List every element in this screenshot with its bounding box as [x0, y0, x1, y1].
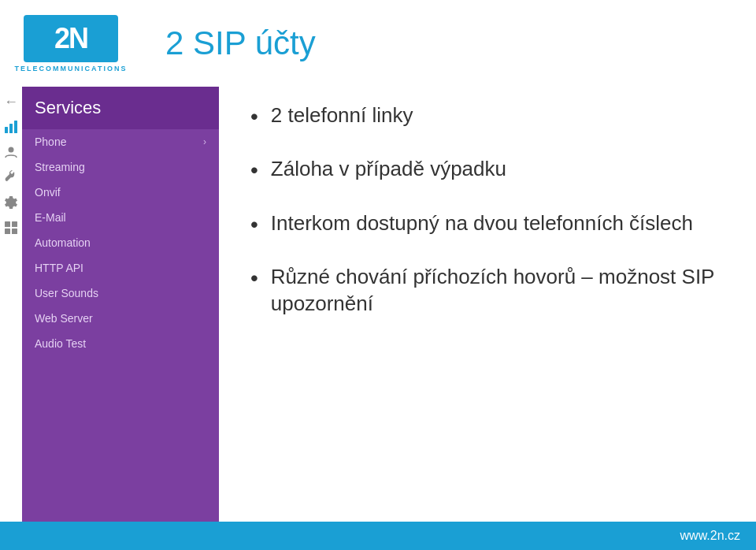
sidebar-item-email[interactable]: E-Mail — [22, 205, 219, 230]
bullet-item-1: 2 telefonní linky — [250, 102, 724, 131]
logo-text: 2N — [54, 22, 87, 55]
svg-rect-1 — [9, 124, 13, 133]
bullet-list: 2 telefonní linky Záloha v případě výpad… — [250, 102, 724, 318]
bullet-item-3: Interkom dostupný na dvou telefonních čí… — [250, 210, 724, 239]
phone-chevron-icon: › — [203, 136, 206, 147]
sidebar-icons: ← — [0, 87, 22, 522]
sidebar-item-automation-label: Automation — [35, 236, 91, 249]
back-icon-button[interactable]: ← — [1, 90, 21, 113]
sidebar-item-user-sounds[interactable]: User Sounds — [22, 281, 219, 306]
sidebar-nav: Services Phone › Streaming Onvif E-Mail … — [22, 87, 219, 522]
content-area: 2 telefonní linky Záloha v případě výpad… — [219, 87, 756, 522]
svg-rect-0 — [5, 127, 8, 133]
sidebar-item-http-api[interactable]: HTTP API — [22, 255, 219, 281]
grid-icon-button[interactable] — [1, 216, 21, 240]
user-icon — [4, 145, 18, 159]
sidebar-item-web-server[interactable]: Web Server — [22, 306, 219, 331]
logo-box: 2N — [24, 15, 118, 62]
bullet-item-1-text: 2 telefonní linky — [271, 102, 413, 129]
bullet-item-2: Záloha v případě výpadku — [250, 156, 724, 184]
svg-point-3 — [9, 147, 14, 153]
bullet-item-3-text: Interkom dostupný na dvou telefonních čí… — [271, 210, 693, 237]
logo-subtitle: TELECOMMUNICATIONS — [15, 65, 128, 72]
tools-icon — [4, 170, 18, 184]
sidebar-item-automation[interactable]: Automation — [22, 230, 219, 255]
sidebar-item-streaming[interactable]: Streaming — [22, 154, 219, 180]
sidebar-item-email-label: E-Mail — [35, 211, 66, 224]
bullet-item-4-text: Různé chování příchozích hovorů – možnos… — [271, 264, 724, 318]
chart-icon — [4, 120, 18, 134]
gear-icon — [4, 195, 18, 210]
main-content: ← — [0, 87, 756, 522]
chart-icon-button[interactable] — [1, 115, 21, 139]
sidebar-item-onvif-label: Onvif — [35, 186, 61, 199]
user-icon-button[interactable] — [1, 140, 21, 164]
back-icon: ← — [4, 94, 18, 110]
sidebar-item-audio-test[interactable]: Audio Test — [22, 331, 219, 356]
sidebar-item-audio-test-label: Audio Test — [35, 337, 86, 350]
svg-rect-5 — [12, 221, 17, 227]
svg-rect-7 — [12, 229, 17, 234]
sidebar-items: Phone › Streaming Onvif E-Mail Automatio… — [22, 129, 219, 356]
gear-icon-button[interactable] — [1, 191, 21, 214]
bullet-item-2-text: Záloha v případě výpadku — [271, 156, 506, 183]
svg-rect-4 — [5, 221, 10, 227]
sidebar-item-http-api-label: HTTP API — [35, 262, 83, 274]
grid-icon — [4, 221, 18, 235]
sidebar-item-onvif[interactable]: Onvif — [22, 180, 219, 205]
svg-rect-2 — [14, 121, 17, 133]
sidebar-item-phone-label: Phone — [35, 136, 66, 148]
tools-icon-button[interactable] — [1, 165, 21, 189]
page-title: 2 SIP účty — [165, 24, 316, 62]
sidebar-item-phone[interactable]: Phone › — [22, 129, 219, 154]
sidebar-header: Services — [22, 87, 219, 129]
footer-bar: www.2n.cz — [0, 522, 756, 550]
footer-url: www.2n.cz — [680, 529, 740, 543]
sidebar-item-user-sounds-label: User Sounds — [35, 287, 98, 299]
sidebar-item-web-server-label: Web Server — [35, 312, 93, 325]
bullet-item-4: Různé chování příchozích hovorů – možnos… — [250, 264, 724, 318]
svg-rect-6 — [5, 229, 10, 234]
header: 2N TELECOMMUNICATIONS 2 SIP účty — [0, 0, 756, 87]
logo-area: 2N TELECOMMUNICATIONS — [8, 8, 134, 79]
sidebar-item-streaming-label: Streaming — [35, 161, 85, 173]
